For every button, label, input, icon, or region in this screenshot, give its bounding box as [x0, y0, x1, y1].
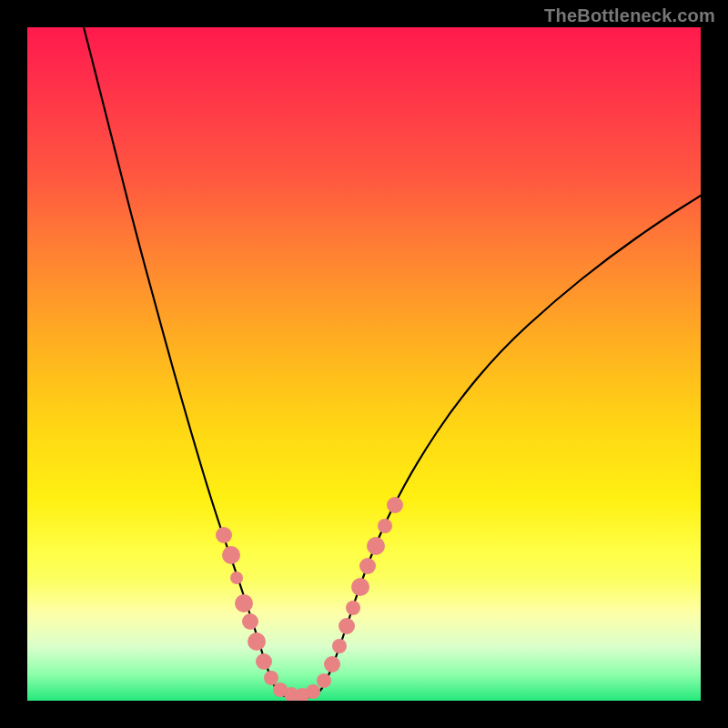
overlay-dot [346, 601, 360, 615]
overlay-dot [378, 519, 392, 533]
chart-plot-area [27, 27, 701, 701]
overlay-dot [242, 613, 258, 630]
curve-group [84, 27, 701, 699]
overlay-dot [230, 571, 243, 584]
overlay-dot [351, 578, 369, 596]
overlay-dot [256, 653, 272, 670]
overlay-dot [387, 497, 403, 513]
watermark-text: TheBottleneck.com [544, 5, 715, 26]
overlay-dot [367, 537, 385, 555]
overlay-dot [273, 682, 288, 697]
overlay-dot [324, 656, 340, 672]
curve-path [84, 27, 701, 699]
overlay-dot [317, 673, 331, 688]
overlay-dot [248, 632, 266, 651]
overlay-dot [222, 546, 240, 564]
overlay-dots [216, 497, 403, 701]
chart-svg [27, 27, 701, 701]
overlay-dot [295, 688, 309, 701]
chart-frame: TheBottleneck.com [0, 0, 728, 728]
overlay-dot [284, 687, 298, 701]
overlay-dot [339, 618, 355, 634]
overlay-dot [235, 594, 253, 612]
overlay-dot [264, 671, 278, 685]
overlay-dot [332, 639, 347, 653]
overlay-dot [359, 558, 376, 574]
overlay-dot [216, 527, 232, 543]
overlay-dot [306, 684, 320, 699]
